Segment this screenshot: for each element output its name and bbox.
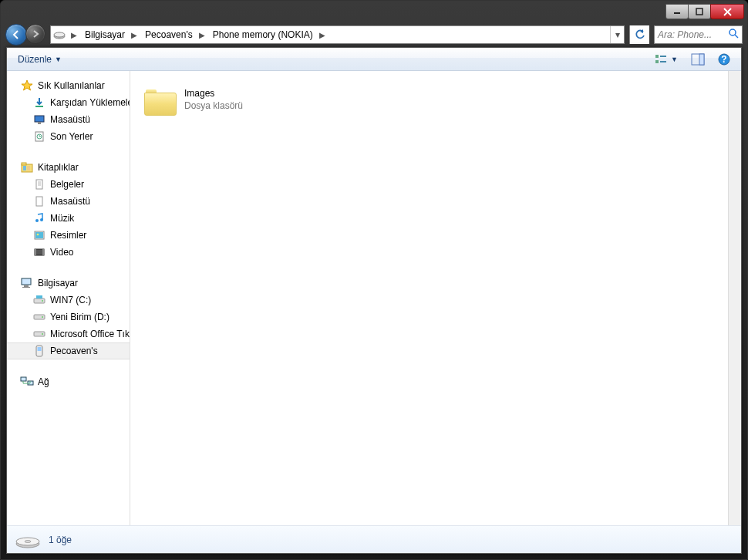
svg-rect-8	[655, 55, 659, 58]
libraries-header[interactable]: Kitaplıklar	[7, 159, 130, 176]
back-button[interactable]	[5, 24, 27, 46]
navigation-bar: ▶ Bilgisayar ▶ Pecoaven's ▶ Phone memory…	[1, 22, 747, 47]
svg-point-53	[25, 540, 31, 542]
sidebar-item-videos[interactable]: Video	[7, 244, 130, 261]
nav-buttons	[5, 24, 45, 46]
svg-rect-28	[36, 197, 42, 206]
sidebar-item-label: Microsoft Office Tıkla	[50, 329, 130, 339]
network-label: Ağ	[38, 376, 49, 387]
svg-point-29	[35, 219, 39, 222]
breadcrumb-label: Bilgisayar	[85, 29, 125, 40]
svg-point-46	[42, 333, 43, 335]
sidebar-item-documents[interactable]: Belgeler	[7, 176, 130, 193]
command-bar: Düzenle ▼ ▼ ?	[7, 48, 741, 71]
document-icon	[33, 195, 45, 207]
sidebar-item-label: Karşıdan Yüklemeler	[50, 97, 130, 108]
explorer-body: Sık Kullanılanlar Karşıdan Yüklemeler Ma…	[7, 71, 741, 525]
address-dropdown-button[interactable]: ▾	[610, 26, 624, 43]
minimize-button[interactable]	[665, 4, 689, 19]
computer-label: Bilgisayar	[38, 278, 78, 288]
chevron-right-icon[interactable]: ▶	[196, 31, 208, 39]
sidebar-item-downloads[interactable]: Karşıdan Yüklemeler	[7, 94, 130, 111]
sidebar-item-label: WIN7 (C:)	[50, 295, 91, 305]
svg-rect-49	[21, 377, 26, 381]
svg-point-33	[37, 234, 39, 236]
breadcrumb-label: Phone memory (NOKIA)	[213, 29, 313, 40]
refresh-button[interactable]	[629, 25, 649, 44]
file-meta: Images Dosya klasörü	[184, 88, 243, 112]
search-input[interactable]: Ara: Phone...	[654, 25, 743, 44]
document-icon	[33, 178, 45, 191]
help-button[interactable]: ?	[713, 51, 735, 68]
svg-point-5	[54, 32, 65, 37]
recent-icon	[33, 130, 45, 143]
status-text: 1 öğe	[49, 535, 72, 545]
favorites-header[interactable]: Sık Kullanılanlar	[7, 77, 130, 94]
view-options-button[interactable]: ▼	[651, 52, 682, 67]
sidebar-item-office[interactable]: Microsoft Office Tıkla	[7, 326, 130, 342]
computer-icon	[21, 277, 33, 289]
sidebar-item-drive-c[interactable]: WIN7 (C:)	[7, 292, 130, 309]
sidebar-item-drive-d[interactable]: Yeni Birim (D:)	[7, 309, 130, 326]
chevron-right-icon[interactable]: ▶	[316, 31, 329, 39]
file-list[interactable]: Images Dosya klasörü	[130, 71, 728, 525]
svg-point-6	[729, 29, 736, 35]
chevron-down-icon: ▼	[671, 56, 678, 63]
svg-rect-24	[36, 180, 42, 189]
phone-icon	[33, 345, 45, 357]
help-icon: ?	[718, 53, 730, 66]
sidebar-item-label: Masaüstü	[50, 114, 90, 125]
sidebar-item-desktop[interactable]: Masaüstü	[7, 111, 130, 128]
favorites-label: Sık Kullanılanlar	[38, 80, 105, 91]
sidebar-item-pictures[interactable]: Resimler	[7, 227, 130, 244]
svg-rect-48	[38, 347, 42, 351]
maximize-button[interactable]	[688, 4, 711, 19]
drive-icon	[33, 311, 45, 323]
sidebar-item-lib-desktop[interactable]: Masaüstü	[7, 193, 130, 210]
forward-button[interactable]	[25, 24, 45, 44]
sidebar-item-music[interactable]: Müzik	[7, 210, 130, 227]
address-bar[interactable]: ▶ Bilgisayar ▶ Pecoaven's ▶ Phone memory…	[50, 25, 625, 44]
svg-line-7	[735, 35, 738, 38]
organize-button[interactable]: Düzenle ▼	[13, 52, 66, 67]
breadcrumb-label: Pecoaven's	[145, 29, 193, 40]
sidebar-item-label: Masaüstü	[50, 196, 90, 207]
libraries-group: Kitaplıklar Belgeler Masaüstü Müzik	[7, 159, 130, 261]
sidebar-item-label: Resimler	[50, 230, 86, 241]
chevron-down-icon: ▼	[55, 56, 62, 63]
breadcrumb-item[interactable]: Bilgisayar	[80, 26, 128, 43]
folder-icon	[144, 85, 177, 116]
network-group: Ağ	[7, 373, 130, 390]
close-button[interactable]	[710, 4, 744, 19]
file-name: Images	[184, 88, 243, 100]
location-icon	[51, 30, 68, 39]
view-icon	[655, 54, 668, 65]
folder-item[interactable]: Images Dosya klasörü	[141, 82, 311, 119]
svg-point-42	[42, 300, 43, 302]
network-header[interactable]: Ağ	[7, 373, 130, 390]
preview-pane-button[interactable]	[687, 52, 709, 67]
chevron-right-icon[interactable]: ▶	[128, 31, 140, 39]
svg-rect-22	[23, 166, 26, 170]
breadcrumb-item[interactable]: Phone memory (NOKIA)	[208, 26, 316, 43]
sidebar-item-label: Müzik	[50, 213, 74, 224]
breadcrumb-item[interactable]: Pecoaven's	[140, 26, 196, 43]
sidebar-item-pecoavens[interactable]: Pecoaven's	[7, 342, 130, 359]
file-type: Dosya klasörü	[184, 100, 243, 113]
svg-rect-39	[22, 287, 30, 288]
chevron-right-icon[interactable]: ▶	[68, 31, 80, 39]
svg-rect-1	[696, 8, 703, 15]
sidebar-item-recent[interactable]: Son Yerler	[7, 128, 130, 145]
search-placeholder: Ara: Phone...	[658, 29, 712, 40]
video-icon	[33, 246, 45, 258]
preview-pane-icon	[692, 54, 704, 65]
star-icon	[21, 79, 33, 92]
computer-header[interactable]: Bilgisayar	[7, 275, 130, 292]
svg-rect-17	[38, 122, 41, 124]
sidebar-item-label: Pecoaven's	[50, 346, 98, 356]
svg-rect-21	[22, 163, 26, 165]
sidebar-item-label: Belgeler	[50, 179, 84, 190]
download-icon	[33, 96, 45, 109]
vertical-scrollbar[interactable]	[728, 71, 741, 525]
favorites-group: Sık Kullanılanlar Karşıdan Yüklemeler Ma…	[7, 77, 130, 145]
